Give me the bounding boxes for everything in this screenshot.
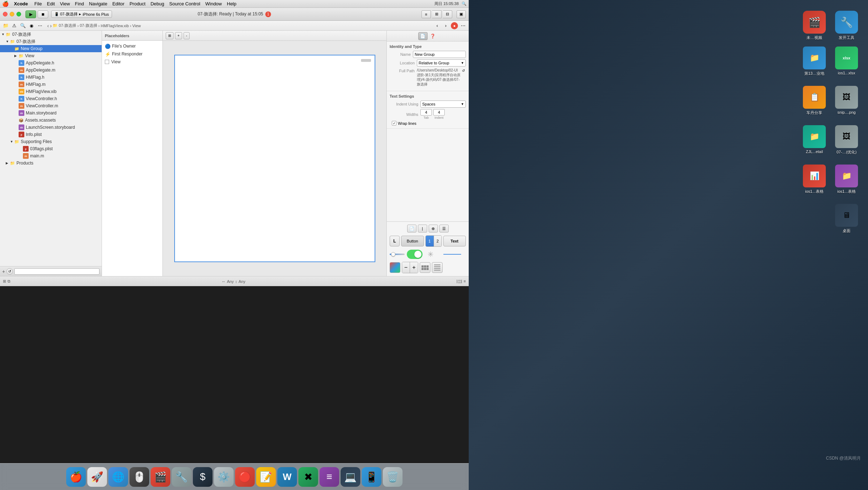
tree-item-root[interactable]: ▼ 📁 07-旗选择 (0, 31, 102, 38)
breadcrumb-group[interactable]: 07-旗选择 (80, 23, 97, 28)
breadcrumb-prev[interactable]: ‹ (434, 22, 441, 29)
tree-item-subproject[interactable]: ▼ 📁 07-旗选择 (0, 38, 102, 45)
dock-launchpad[interactable]: 🚀 (87, 467, 107, 487)
widget-activity-indicator[interactable]: ✳ (425, 249, 436, 260)
sidebar-nav-folder[interactable]: 📁 (2, 22, 9, 29)
placeholder-files-owner[interactable]: 🔵 File's Owner (102, 42, 162, 50)
menu-help[interactable]: Help (225, 0, 239, 7)
breadcrumb-file[interactable]: HMFlagView.xib (101, 24, 129, 28)
menu-xcode[interactable]: Xcode (12, 0, 30, 7)
widget-button-btn[interactable]: Button (401, 236, 424, 246)
dock-finder[interactable]: 🍎 (66, 467, 86, 487)
inspector-icon-quickhelp[interactable]: ❓ (428, 32, 438, 40)
menu-edit[interactable]: Edit (45, 0, 57, 7)
tree-item-assets[interactable]: 📦 Assets.xcassets (0, 117, 102, 124)
dock-terminal[interactable]: $ (193, 467, 213, 487)
menu-find[interactable]: Find (73, 0, 86, 7)
tree-item-main-storyboard[interactable]: sb Main.storyboard (0, 109, 102, 117)
sidebar-nav-debug[interactable]: ⋯ (36, 22, 44, 29)
dock-simulator[interactable]: 💻 (341, 467, 360, 487)
widget-table-view[interactable] (432, 262, 443, 273)
dock-syspref[interactable]: ⚙️ (214, 467, 234, 487)
menu-source-control[interactable]: Source Control (167, 0, 203, 7)
widget-segmented-control[interactable]: 1 2 (425, 235, 442, 247)
sidebar-nav-scm[interactable]: ◉ (28, 22, 35, 29)
menu-file[interactable]: File (32, 0, 44, 7)
jump-nav[interactable]: ⋯ (459, 22, 467, 29)
widget-color-swatch[interactable] (390, 262, 400, 273)
ib-zoom-in[interactable]: + (175, 32, 182, 39)
stop-button[interactable]: ◼ (38, 10, 48, 18)
dock-app-p[interactable]: 🔴 (235, 467, 255, 487)
tree-item-viewcontroller-m[interactable]: m ViewController.m (0, 102, 102, 109)
tree-item-viewcontroller-h[interactable]: h ViewController.h (0, 95, 102, 102)
apple-menu[interactable]: 🍎 (2, 1, 9, 7)
widget-slider[interactable] (390, 249, 405, 260)
add-file-button[interactable]: + (2, 269, 5, 274)
tree-item-appdelegate-h[interactable]: h AppDelegate.h (0, 59, 102, 67)
widget-icon-3[interactable]: ⊕ (429, 225, 438, 232)
widget-collection-view[interactable] (420, 262, 430, 273)
widget-stepper[interactable]: − + (402, 262, 418, 273)
desktop-icon-snip1[interactable]: 🖼 snip....png (832, 86, 861, 114)
tree-item-main-m[interactable]: m main.m (0, 152, 102, 160)
desktop-icon-snip2[interactable]: 🖼 07-…(优化) (832, 125, 861, 155)
menu-debug[interactable]: Debug (148, 0, 166, 7)
location-select[interactable]: Relative to Group ▼ (417, 59, 466, 67)
editor-toggle-2[interactable]: ⊟ (443, 10, 452, 18)
history-back[interactable]: ↺ (6, 268, 13, 275)
outline-view-item[interactable]: View (102, 58, 162, 66)
dock-safari[interactable]: 🌐 (108, 467, 128, 487)
dock-word[interactable]: W (277, 467, 297, 487)
breadcrumb-nav-forward[interactable]: › (50, 23, 52, 29)
maximize-button[interactable] (16, 12, 21, 16)
editor-toggle-1[interactable]: ⊞ (432, 10, 442, 18)
tree-item-view[interactable]: ▶ 📁 View (0, 52, 102, 59)
widget-icon-4[interactable]: ☰ (439, 225, 449, 232)
seg-part-1[interactable]: 1 (426, 236, 434, 246)
dock-trash[interactable]: 🗑️ (383, 467, 403, 487)
menu-search[interactable]: 🔍 (462, 1, 467, 6)
minimize-button[interactable] (10, 12, 14, 16)
dock-iphone[interactable]: 📱 (362, 467, 381, 487)
seg-part-2[interactable]: 2 (434, 236, 442, 246)
run-button[interactable]: ▶ (25, 10, 36, 18)
menu-navigate[interactable]: Navigate (87, 0, 109, 7)
widget-icon-2[interactable]: | (418, 225, 427, 232)
tree-item-supporting-files[interactable]: ▼ 📁 Supporting Files (0, 138, 102, 145)
desktop-icon-tools[interactable]: 🔧 发开工具 (832, 11, 861, 40)
tree-item-hmflagview-xib[interactable]: xib HMFlagView.xib (0, 88, 102, 95)
stepper-plus[interactable]: + (410, 262, 418, 273)
stepper-minus[interactable]: − (402, 262, 410, 273)
dock-excel[interactable]: ✖ (298, 467, 318, 487)
tree-item-03flags[interactable]: p 03flags.plist (0, 145, 102, 152)
widget-toggle[interactable] (407, 250, 423, 259)
sidebar-nav-warn[interactable]: ⚠ (11, 22, 18, 29)
close-button[interactable] (3, 12, 8, 16)
tree-item-new-group[interactable]: 📁 New Group (0, 45, 102, 52)
dock-tools[interactable]: 🔧 (172, 467, 191, 487)
desktop-icon-13[interactable]: 📁 第13…业地 (800, 46, 829, 76)
menu-product[interactable]: Product (127, 0, 148, 7)
desktop-icon-ksi[interactable]: 📁 ZJL...etail (800, 125, 829, 154)
menu-view[interactable]: View (58, 0, 72, 7)
widget-icon-1[interactable]: 📄 (407, 225, 416, 232)
desktop-icon-desktop[interactable]: 🖥 桌面 (832, 204, 861, 234)
menu-window[interactable]: Window (203, 0, 224, 7)
tree-item-info-plist[interactable]: p Info.plist (0, 131, 102, 138)
ib-zoom-fit[interactable]: ⊞ (166, 32, 174, 39)
dock-app-bar[interactable]: ≡ (320, 467, 339, 487)
breadcrumb-project[interactable]: 07-旗选择 (59, 23, 76, 28)
widget-label-btn[interactable]: L (390, 236, 400, 246)
indent-using-select[interactable]: Spaces ▼ (420, 101, 466, 108)
widget-text-btn[interactable]: Text (443, 236, 466, 246)
indent-width-input[interactable] (433, 109, 445, 116)
inspector-icon-file[interactable]: 📄 (418, 32, 428, 40)
desktop-icon-video[interactable]: 🎬 未…视频 (800, 11, 829, 40)
navigator-toggle[interactable]: ≡ (421, 10, 431, 18)
status-size-indicator[interactable]: ↔ Any ↕ Any (12, 279, 455, 284)
ib-zoom-out[interactable]: - (184, 32, 190, 39)
name-input[interactable] (413, 51, 466, 58)
desktop-icon-ios1[interactable]: 📊 ios1...表格 (800, 165, 829, 194)
error-indicator[interactable]: ● (451, 22, 458, 29)
